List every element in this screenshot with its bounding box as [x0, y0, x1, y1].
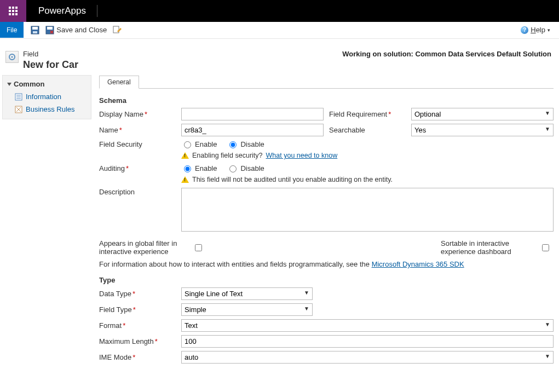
help-menu[interactable]: ? Help ▾: [521, 22, 559, 38]
app-launcher-button[interactable]: [0, 0, 26, 22]
form-pencil-icon: [113, 26, 122, 34]
edit-properties-button[interactable]: [112, 25, 122, 35]
floppy-icon: [31, 26, 39, 34]
label-format: Format*: [99, 321, 176, 330]
save-and-close-label: Save and Close: [56, 26, 107, 34]
svg-rect-4: [47, 27, 53, 30]
input-maximum-length[interactable]: [181, 335, 554, 348]
help-icon: ?: [521, 26, 528, 34]
sidebar-item-information[interactable]: Information: [3, 90, 91, 103]
entity-icon: [5, 51, 19, 63]
file-menu-button[interactable]: File: [0, 22, 24, 38]
sdk-info-line: For information about how to interact wi…: [99, 260, 554, 268]
label-auditing: Auditing*: [99, 164, 176, 172]
select-format[interactable]: Text: [181, 319, 554, 332]
sidebar-section-common[interactable]: Common: [3, 78, 91, 90]
auditing-warning: This field will not be audited until you…: [181, 176, 554, 183]
radio-fs-disable[interactable]: Disable: [227, 140, 264, 148]
topbar-divider: [97, 5, 97, 17]
svg-rect-2: [33, 31, 37, 33]
label-ime-mode: IME Mode*: [99, 353, 176, 361]
checkbox-sortable-dashboard[interactable]: [539, 244, 552, 251]
select-searchable[interactable]: Yes: [411, 124, 554, 136]
svg-point-9: [11, 56, 13, 58]
tab-general[interactable]: General: [99, 76, 139, 89]
label-maximum-length: Maximum Length*: [99, 337, 176, 345]
page-title: New for Car: [23, 59, 78, 71]
label-searchable: Searchable: [329, 126, 406, 134]
floppy-close-icon: [45, 26, 54, 34]
label-display-name: Display Name*: [99, 110, 176, 118]
sidebar-section-label: Common: [14, 80, 44, 88]
working-on-solution: Working on solution: Common Data Service…: [342, 50, 554, 58]
section-title-schema: Schema: [99, 96, 554, 105]
waffle-icon: [9, 7, 18, 15]
radio-aud-enable[interactable]: Enable: [181, 164, 217, 172]
chevron-down-icon: ▾: [548, 27, 550, 33]
sidebar-item-business-rules[interactable]: Business Rules: [3, 103, 91, 116]
label-data-type: Data Type*: [99, 290, 176, 298]
checkbox-appears-global-filter[interactable]: [192, 244, 205, 251]
radio-aud-disable[interactable]: Disable: [227, 164, 264, 172]
label-appears-global-filter: Appears in global filter in interactive …: [99, 239, 187, 256]
select-field-type[interactable]: Simple: [181, 303, 313, 316]
save-and-close-button[interactable]: Save and Close: [45, 26, 107, 34]
label-name: Name*: [99, 126, 176, 134]
select-field-requirement[interactable]: Optional: [411, 108, 554, 120]
tab-strip: General: [99, 75, 554, 89]
select-ime-mode[interactable]: auto: [181, 351, 554, 364]
svg-rect-1: [32, 27, 38, 30]
section-title-type: Type: [99, 276, 554, 284]
input-display-name[interactable]: [181, 108, 324, 120]
field-security-warning: Enabling field security? What you need t…: [181, 152, 554, 159]
sidebar-item-label: Business Rules: [26, 105, 75, 113]
label-field-type: Field Type*: [99, 305, 176, 314]
rules-icon: [15, 106, 22, 113]
label-field-security: Field Security: [99, 140, 176, 148]
label-field-requirement: Field Requirement*: [329, 110, 406, 118]
input-name[interactable]: [181, 124, 324, 136]
textarea-description[interactable]: [181, 188, 554, 232]
label-sortable-dashboard: Sortable in interactive experience dashb…: [441, 239, 534, 256]
save-button[interactable]: [30, 25, 40, 35]
warning-icon: [181, 152, 189, 159]
warning-icon: [181, 176, 189, 183]
sidebar-item-label: Information: [26, 93, 61, 101]
app-title: PowerApps: [26, 0, 86, 22]
radio-fs-enable[interactable]: Enable: [181, 140, 217, 148]
link-dynamics-sdk[interactable]: Microsoft Dynamics 365 SDK: [372, 260, 464, 268]
select-data-type[interactable]: Single Line of Text: [181, 287, 313, 300]
gear-icon: [8, 53, 16, 61]
help-label: elp: [536, 26, 545, 34]
form-icon: [15, 93, 22, 101]
link-what-you-need-to-know[interactable]: What you need to know: [266, 152, 338, 159]
sidebar: Common Information Business Rules: [2, 75, 91, 119]
label-description: Description: [99, 188, 176, 196]
page-subtitle: Field: [23, 50, 78, 58]
chevron-down-icon: [7, 83, 11, 86]
